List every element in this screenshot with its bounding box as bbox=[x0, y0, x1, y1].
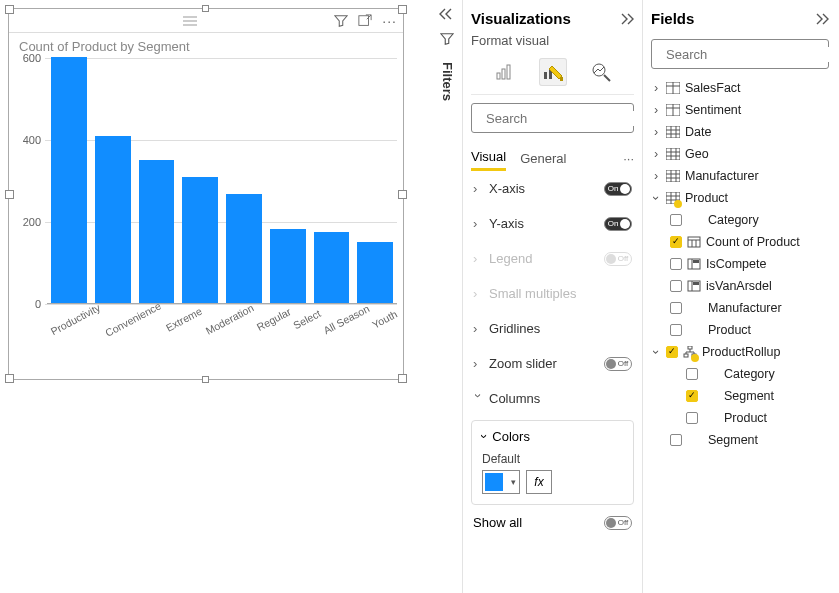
filters-label: Filters bbox=[440, 62, 455, 101]
format-search-input[interactable] bbox=[486, 111, 642, 126]
format-search[interactable] bbox=[471, 103, 634, 133]
svg-rect-3 bbox=[359, 15, 369, 25]
measure-icon bbox=[687, 236, 701, 248]
report-canvas[interactable]: ··· Count of Product by Segment 02004006… bbox=[0, 0, 432, 593]
field-category[interactable]: Category bbox=[651, 209, 829, 231]
y-axis-label: 0 bbox=[17, 298, 41, 310]
fields-search[interactable] bbox=[651, 39, 829, 69]
toggle-legend: Off bbox=[604, 252, 632, 266]
fields-search-input[interactable] bbox=[666, 47, 834, 62]
field-count-of-product[interactable]: Count of Product bbox=[651, 231, 829, 253]
field-segment[interactable]: Segment bbox=[651, 429, 829, 451]
svg-rect-51 bbox=[693, 282, 699, 285]
toggle-zoom-slider[interactable]: Off bbox=[604, 357, 632, 371]
field-manufacturer[interactable]: Manufacturer bbox=[651, 297, 829, 319]
show-all-row: Show all Off bbox=[471, 505, 634, 530]
analytics-tab-icon[interactable] bbox=[587, 58, 615, 86]
toggle-xaxis[interactable]: On bbox=[604, 182, 632, 196]
bar[interactable] bbox=[182, 177, 218, 303]
table-geo[interactable]: ›Geo bbox=[651, 143, 829, 165]
chevron-down-icon: ▾ bbox=[511, 477, 516, 487]
drag-handle-icon[interactable] bbox=[143, 16, 197, 26]
field-rollup-category[interactable]: Category bbox=[651, 363, 829, 385]
collapse-fields-icon[interactable] bbox=[815, 13, 829, 25]
format-tab-row: Visual General ··· bbox=[471, 141, 634, 171]
field-product[interactable]: Product bbox=[651, 319, 829, 341]
bar[interactable] bbox=[357, 242, 393, 303]
checkbox[interactable] bbox=[670, 258, 682, 270]
checkbox[interactable] bbox=[670, 236, 682, 248]
section-small-multiples: ›Small multiples bbox=[471, 276, 634, 311]
svg-rect-27 bbox=[666, 148, 680, 160]
visualizations-panel: Visualizations Format visual Visual Gene… bbox=[462, 0, 642, 593]
build-visual-tab-icon[interactable] bbox=[491, 58, 519, 86]
checkbox[interactable] bbox=[670, 214, 682, 226]
svg-rect-42 bbox=[688, 237, 700, 247]
section-gridlines[interactable]: ›Gridlines bbox=[471, 311, 634, 346]
bar[interactable] bbox=[51, 57, 87, 303]
table-icon bbox=[666, 126, 680, 138]
filter-icon[interactable] bbox=[334, 14, 348, 28]
svg-rect-53 bbox=[684, 354, 688, 357]
focus-mode-icon[interactable] bbox=[358, 14, 372, 28]
field-iscompete[interactable]: IsCompete bbox=[651, 253, 829, 275]
bar[interactable] bbox=[270, 229, 306, 303]
chevron-right-icon: › bbox=[473, 181, 483, 196]
svg-rect-4 bbox=[497, 73, 500, 79]
filters-pane-collapsed[interactable]: Filters bbox=[432, 0, 462, 593]
section-zoom-slider[interactable]: ›Zoom slider Off bbox=[471, 346, 634, 381]
expand-pane-icon[interactable] bbox=[439, 8, 455, 20]
tab-more-icon[interactable]: ··· bbox=[623, 151, 634, 166]
calc-column-icon bbox=[687, 258, 701, 270]
checkbox[interactable] bbox=[686, 412, 698, 424]
table-product[interactable]: ›Product bbox=[651, 187, 829, 209]
chevron-right-icon: › bbox=[473, 216, 483, 231]
svg-rect-48 bbox=[693, 260, 699, 263]
colors-card: ›Colors Default ▾ fx bbox=[471, 420, 634, 505]
field-rollup-segment[interactable]: Segment bbox=[651, 385, 829, 407]
filters-icon bbox=[440, 32, 454, 46]
chevron-down-icon[interactable]: › bbox=[477, 434, 492, 438]
checkbox[interactable] bbox=[686, 368, 698, 380]
table-salesfact[interactable]: ›SalesFact bbox=[651, 77, 829, 99]
collapse-viz-icon[interactable] bbox=[620, 13, 634, 25]
table-date[interactable]: ›Date bbox=[651, 121, 829, 143]
tab-general[interactable]: General bbox=[520, 147, 566, 170]
bar[interactable] bbox=[314, 232, 350, 303]
fx-button[interactable]: fx bbox=[526, 470, 552, 494]
bar-chart[interactable]: 0200400600 ProductivityConvenienceExtrem… bbox=[17, 58, 397, 358]
field-rollup-product[interactable]: Product bbox=[651, 407, 829, 429]
checkbox[interactable] bbox=[670, 434, 682, 446]
more-options-icon[interactable]: ··· bbox=[382, 13, 397, 29]
default-color-label: Default bbox=[482, 452, 623, 466]
table-manufacturer[interactable]: ›Manufacturer bbox=[651, 165, 829, 187]
checkbox[interactable] bbox=[670, 302, 682, 314]
chart-title: Count of Product by Segment bbox=[9, 33, 403, 54]
checkbox[interactable] bbox=[686, 390, 698, 402]
format-visual-tab-icon[interactable] bbox=[539, 58, 567, 86]
default-color-picker[interactable]: ▾ bbox=[482, 470, 520, 494]
bar[interactable] bbox=[95, 136, 131, 303]
section-xaxis[interactable]: ›X-axis On bbox=[471, 171, 634, 206]
chevron-right-icon: › bbox=[473, 286, 483, 301]
fields-title: Fields bbox=[651, 10, 694, 27]
format-visual-subtitle: Format visual bbox=[471, 31, 634, 54]
field-isvanarsdel[interactable]: isVanArsdel bbox=[651, 275, 829, 297]
toggle-yaxis[interactable]: On bbox=[604, 217, 632, 231]
toggle-show-all[interactable]: Off bbox=[604, 516, 632, 530]
calc-column-icon bbox=[687, 280, 701, 292]
tab-visual[interactable]: Visual bbox=[471, 145, 506, 171]
checkbox[interactable] bbox=[666, 346, 678, 358]
svg-rect-5 bbox=[502, 69, 505, 79]
section-columns[interactable]: ›Columns bbox=[471, 381, 634, 416]
field-productrollup[interactable]: ›ProductRollup bbox=[651, 341, 829, 363]
visual-container[interactable]: ··· Count of Product by Segment 02004006… bbox=[8, 8, 404, 380]
bar[interactable] bbox=[139, 160, 175, 304]
checkbox[interactable] bbox=[670, 280, 682, 292]
checkbox[interactable] bbox=[670, 324, 682, 336]
format-mode-tabs bbox=[471, 54, 634, 95]
section-yaxis[interactable]: ›Y-axis On bbox=[471, 206, 634, 241]
bar[interactable] bbox=[226, 194, 262, 303]
table-sentiment[interactable]: ›Sentiment bbox=[651, 99, 829, 121]
svg-line-11 bbox=[604, 75, 610, 81]
